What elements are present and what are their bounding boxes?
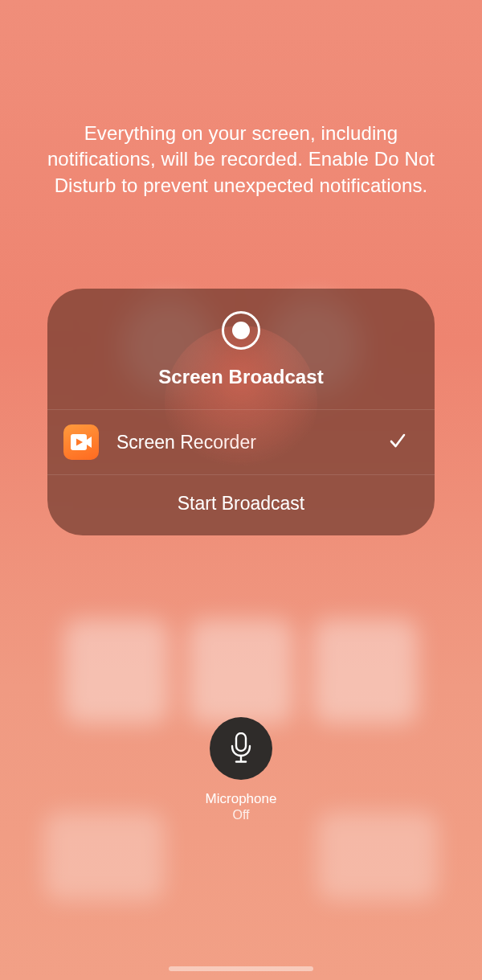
screen-recorder-app-icon xyxy=(63,424,99,460)
checkmark-icon xyxy=(388,431,407,453)
broadcast-target-row[interactable]: Screen Recorder xyxy=(47,410,435,475)
microphone-icon xyxy=(229,732,253,765)
start-broadcast-button[interactable]: Start Broadcast xyxy=(47,475,435,535)
home-indicator[interactable] xyxy=(169,966,313,971)
broadcast-title: Screen Broadcast xyxy=(158,366,324,388)
broadcast-target-label: Screen Recorder xyxy=(116,432,388,453)
record-icon xyxy=(222,311,260,350)
svg-rect-1 xyxy=(236,733,246,751)
recording-warning-text: Everything on your screen, including not… xyxy=(0,121,482,199)
broadcast-card-header: Screen Broadcast xyxy=(47,289,435,410)
microphone-label: Microphone xyxy=(206,791,277,807)
microphone-toggle-button[interactable] xyxy=(210,717,272,780)
microphone-state: Off xyxy=(232,808,249,822)
broadcast-card: Screen Broadcast Screen Recorder Start B… xyxy=(47,289,435,535)
